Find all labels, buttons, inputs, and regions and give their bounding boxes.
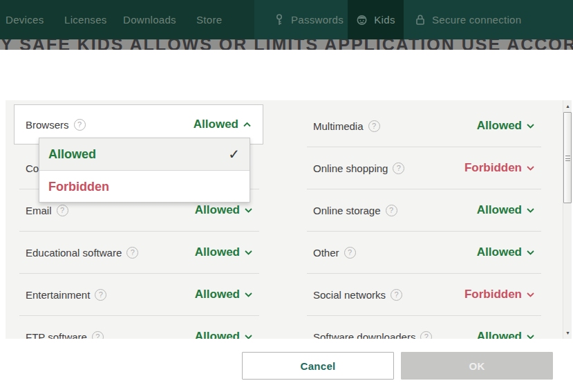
scrollbar-grip-icon — [565, 156, 570, 161]
category-label: Online storage — [313, 205, 381, 216]
category-label: Email — [26, 205, 52, 216]
help-icon[interactable]: ? — [92, 331, 104, 339]
help-icon[interactable]: ? — [393, 162, 404, 174]
scroll-up-button[interactable]: ▲ — [563, 101, 572, 111]
help-icon[interactable]: ? — [126, 247, 138, 259]
category-row-ftp-software: FTP software ? Allowed — [19, 316, 259, 339]
help-icon[interactable]: ? — [95, 289, 106, 301]
chevron-down-icon — [245, 208, 252, 213]
dimmed-background-page: Y SAFE KIDS ALLOWS OR LIMITS APPLICATION… — [0, 39, 573, 50]
background-page-heading: Y SAFE KIDS ALLOWS OR LIMITS APPLICATION… — [1, 39, 573, 50]
scrollbar-thumb[interactable] — [563, 112, 572, 203]
screen: Devices Licenses Downloads Store Passwor… — [0, 0, 573, 392]
category-value-dropdown[interactable]: Allowed — [194, 118, 251, 131]
category-label: Other — [313, 247, 339, 259]
help-icon[interactable]: ? — [74, 119, 86, 131]
category-value-dropdown[interactable]: Forbidden — [464, 161, 534, 175]
category-label: Browsers — [26, 119, 69, 131]
cancel-button[interactable]: Cancel — [242, 352, 394, 380]
category-row-multimedia: Multimedia ? Allowed — [307, 105, 541, 147]
help-icon[interactable]: ? — [57, 205, 68, 216]
help-icon[interactable]: ? — [386, 205, 397, 216]
category-label: Co — [26, 162, 39, 174]
help-icon[interactable]: ? — [368, 120, 380, 132]
dropdown-menu: Allowed ✓ Forbidden — [39, 138, 250, 203]
key-icon — [274, 14, 285, 26]
top-nav-bar: Devices Licenses Downloads Store Passwor… — [0, 0, 573, 39]
category-value-dropdown[interactable]: Allowed — [477, 119, 534, 133]
category-row-educational-software: Educational software ? Allowed — [19, 232, 259, 274]
category-label: FTP software — [26, 331, 87, 339]
categories-column-right: Multimedia ? Allowed Online shopping ? F… — [307, 105, 541, 339]
scroll-down-button[interactable]: ▼ — [563, 328, 572, 338]
category-row-online-storage: Online storage ? Allowed — [307, 189, 541, 232]
modal-header: APPLICATION CATEGORIES — [0, 50, 573, 100]
category-value-dropdown[interactable]: Allowed — [195, 288, 252, 301]
category-row-entertainment: Entertainment ? Allowed — [19, 274, 259, 316]
chevron-down-icon — [527, 208, 534, 213]
category-label: Entertainment — [26, 289, 90, 301]
nav-item-secure-connection[interactable]: Secure connection — [415, 0, 521, 39]
category-row-other: Other ? Allowed — [307, 232, 541, 274]
nav-item-devices[interactable]: Devices — [6, 0, 44, 39]
category-value-dropdown[interactable]: Allowed — [195, 330, 252, 339]
chevron-down-icon — [527, 250, 534, 255]
categories-panel: Co Email ? Allowed Educational software … — [0, 100, 573, 339]
category-label: Online shopping — [313, 162, 388, 174]
category-row-social-networks: Social networks ? Forbidden — [307, 274, 541, 316]
nav-item-licenses[interactable]: Licenses — [64, 0, 107, 39]
modal-footer: Cancel OK — [0, 339, 573, 392]
help-icon[interactable]: ? — [391, 289, 402, 301]
checkmark-icon: ✓ — [228, 146, 240, 162]
category-value-dropdown[interactable]: Allowed — [477, 330, 534, 339]
nav-item-kids[interactable]: Kids — [348, 0, 404, 39]
nav-item-downloads[interactable]: Downloads — [123, 0, 176, 39]
chevron-down-icon — [245, 292, 252, 297]
category-row-online-shopping: Online shopping ? Forbidden — [307, 147, 541, 189]
scrollbar[interactable]: ▲ ▼ — [563, 100, 572, 339]
help-icon[interactable]: ? — [420, 331, 432, 339]
nav-item-passwords[interactable]: Passwords — [274, 0, 344, 39]
chevron-up-icon — [243, 122, 251, 127]
chevron-down-icon — [527, 124, 534, 129]
chevron-down-icon — [245, 250, 252, 255]
category-value-dropdown[interactable]: Allowed — [195, 245, 252, 259]
category-value-dropdown[interactable]: Allowed — [477, 203, 534, 217]
lock-icon — [415, 14, 426, 26]
ok-button[interactable]: OK — [401, 352, 553, 380]
dropdown-option-allowed[interactable]: Allowed ✓ — [39, 138, 250, 171]
help-icon[interactable]: ? — [344, 247, 356, 259]
chevron-down-icon — [527, 166, 534, 171]
category-label: Educational software — [26, 247, 122, 259]
chevron-down-icon — [527, 292, 534, 297]
category-value-dropdown[interactable]: Allowed — [477, 245, 534, 259]
category-label: Social networks — [313, 289, 386, 301]
nav-item-store[interactable]: Store — [196, 0, 222, 39]
dropdown-option-forbidden[interactable]: Forbidden — [39, 171, 250, 203]
category-value-dropdown[interactable]: Allowed — [195, 203, 252, 217]
kid-icon — [356, 14, 368, 26]
category-value-dropdown[interactable]: Forbidden — [464, 288, 534, 301]
category-label: Multimedia — [313, 120, 364, 132]
category-row-software-downloaders: Software downloaders ? Allowed — [307, 316, 541, 339]
category-label: Software downloaders — [313, 331, 415, 339]
